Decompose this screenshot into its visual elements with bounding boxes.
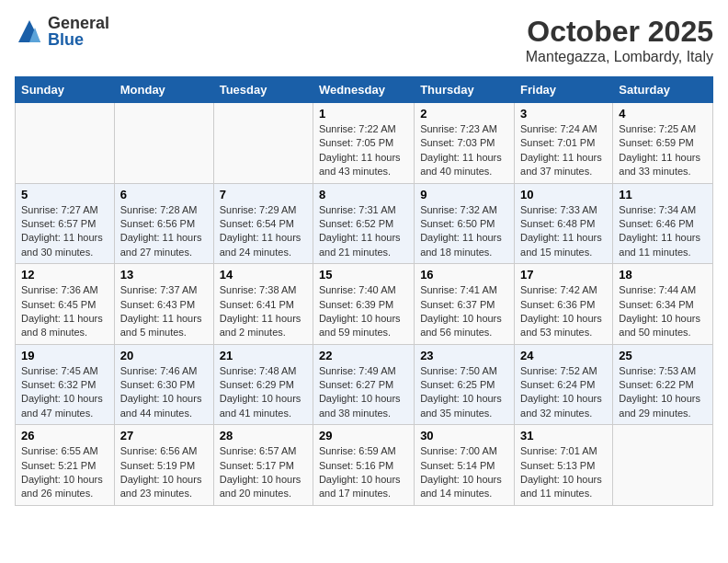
day-number: 11 <box>619 188 707 201</box>
header-friday: Friday <box>515 77 613 103</box>
day-number: 2 <box>420 107 508 121</box>
day-cell: 26Sunrise: 6:55 AM Sunset: 5:21 PM Dayli… <box>16 425 115 506</box>
day-cell: 5Sunrise: 7:27 AM Sunset: 6:57 PM Daylig… <box>16 183 115 264</box>
day-info: Sunrise: 7:52 AM Sunset: 6:24 PM Dayligh… <box>520 364 607 421</box>
day-info: Sunrise: 6:59 AM Sunset: 5:16 PM Dayligh… <box>319 444 408 501</box>
day-number: 6 <box>120 188 208 201</box>
day-number: 29 <box>319 429 408 442</box>
day-info: Sunrise: 7:24 AM Sunset: 7:01 PM Dayligh… <box>520 122 607 179</box>
day-info: Sunrise: 7:25 AM Sunset: 6:59 PM Dayligh… <box>619 122 707 179</box>
week-row-1: 1Sunrise: 7:22 AM Sunset: 7:05 PM Daylig… <box>16 103 713 184</box>
day-number: 31 <box>520 429 607 442</box>
day-info: Sunrise: 7:36 AM Sunset: 6:45 PM Dayligh… <box>21 283 108 340</box>
day-cell <box>613 425 713 506</box>
day-info: Sunrise: 7:37 AM Sunset: 6:43 PM Dayligh… <box>120 283 208 340</box>
day-number: 4 <box>619 107 707 121</box>
day-info: Sunrise: 7:48 AM Sunset: 6:29 PM Dayligh… <box>220 364 307 421</box>
day-cell: 17Sunrise: 7:42 AM Sunset: 6:36 PM Dayli… <box>515 264 613 345</box>
day-info: Sunrise: 7:31 AM Sunset: 6:52 PM Dayligh… <box>319 203 408 260</box>
day-cell: 22Sunrise: 7:49 AM Sunset: 6:27 PM Dayli… <box>313 344 414 425</box>
day-cell: 14Sunrise: 7:38 AM Sunset: 6:41 PM Dayli… <box>213 264 313 345</box>
day-cell: 16Sunrise: 7:41 AM Sunset: 6:37 PM Dayli… <box>415 264 515 345</box>
day-info: Sunrise: 7:41 AM Sunset: 6:37 PM Dayligh… <box>420 283 508 340</box>
day-cell: 6Sunrise: 7:28 AM Sunset: 6:56 PM Daylig… <box>114 183 213 264</box>
day-info: Sunrise: 7:28 AM Sunset: 6:56 PM Dayligh… <box>120 203 208 260</box>
day-number: 3 <box>520 107 607 121</box>
day-number: 16 <box>420 268 508 282</box>
header-tuesday: Tuesday <box>213 77 313 103</box>
day-cell: 21Sunrise: 7:48 AM Sunset: 6:29 PM Dayli… <box>213 344 313 425</box>
day-number: 28 <box>220 429 307 442</box>
day-info: Sunrise: 6:55 AM Sunset: 5:21 PM Dayligh… <box>21 444 108 501</box>
day-cell: 25Sunrise: 7:53 AM Sunset: 6:22 PM Dayli… <box>613 344 713 425</box>
day-cell: 9Sunrise: 7:32 AM Sunset: 6:50 PM Daylig… <box>415 183 515 264</box>
day-cell: 18Sunrise: 7:44 AM Sunset: 6:34 PM Dayli… <box>613 264 713 345</box>
day-info: Sunrise: 7:40 AM Sunset: 6:39 PM Dayligh… <box>319 283 408 340</box>
day-number: 24 <box>520 349 607 362</box>
day-cell: 4Sunrise: 7:25 AM Sunset: 6:59 PM Daylig… <box>613 103 713 184</box>
day-cell: 15Sunrise: 7:40 AM Sunset: 6:39 PM Dayli… <box>313 264 414 345</box>
day-info: Sunrise: 7:46 AM Sunset: 6:30 PM Dayligh… <box>120 364 208 421</box>
day-cell: 20Sunrise: 7:46 AM Sunset: 6:30 PM Dayli… <box>114 344 213 425</box>
day-cell: 3Sunrise: 7:24 AM Sunset: 7:01 PM Daylig… <box>515 103 613 184</box>
day-cell: 10Sunrise: 7:33 AM Sunset: 6:48 PM Dayli… <box>515 183 613 264</box>
day-info: Sunrise: 7:38 AM Sunset: 6:41 PM Dayligh… <box>220 283 307 340</box>
day-info: Sunrise: 7:45 AM Sunset: 6:32 PM Dayligh… <box>21 364 108 421</box>
day-info: Sunrise: 7:22 AM Sunset: 7:05 PM Dayligh… <box>319 122 408 179</box>
day-cell: 19Sunrise: 7:45 AM Sunset: 6:32 PM Dayli… <box>16 344 115 425</box>
header-thursday: Thursday <box>415 77 515 103</box>
day-cell: 1Sunrise: 7:22 AM Sunset: 7:05 PM Daylig… <box>313 103 414 184</box>
day-info: Sunrise: 7:32 AM Sunset: 6:50 PM Dayligh… <box>420 203 508 260</box>
month-title: October 2025 <box>526 15 713 49</box>
logo-general: General <box>48 15 109 31</box>
day-cell: 30Sunrise: 7:00 AM Sunset: 5:14 PM Dayli… <box>415 425 515 506</box>
day-info: Sunrise: 6:57 AM Sunset: 5:17 PM Dayligh… <box>220 444 307 501</box>
day-info: Sunrise: 6:56 AM Sunset: 5:19 PM Dayligh… <box>120 444 208 501</box>
day-number: 8 <box>319 188 408 201</box>
day-number: 17 <box>520 268 607 282</box>
day-cell: 2Sunrise: 7:23 AM Sunset: 7:03 PM Daylig… <box>415 103 515 184</box>
day-info: Sunrise: 7:49 AM Sunset: 6:27 PM Dayligh… <box>319 364 408 421</box>
day-info: Sunrise: 7:33 AM Sunset: 6:48 PM Dayligh… <box>520 203 607 260</box>
day-cell <box>16 103 115 184</box>
day-number: 27 <box>120 429 208 442</box>
day-number: 30 <box>420 429 508 442</box>
logo-text: General Blue <box>48 15 109 48</box>
week-row-4: 19Sunrise: 7:45 AM Sunset: 6:32 PM Dayli… <box>16 344 713 425</box>
day-info: Sunrise: 7:34 AM Sunset: 6:46 PM Dayligh… <box>619 203 707 260</box>
day-info: Sunrise: 7:53 AM Sunset: 6:22 PM Dayligh… <box>619 364 707 421</box>
header-sunday: Sunday <box>16 77 115 103</box>
calendar-header-row: SundayMondayTuesdayWednesdayThursdayFrid… <box>16 77 713 103</box>
day-number: 26 <box>21 429 108 442</box>
day-number: 25 <box>619 349 707 362</box>
day-number: 15 <box>319 268 408 282</box>
header-monday: Monday <box>114 77 213 103</box>
logo: General Blue <box>15 15 109 48</box>
day-cell: 12Sunrise: 7:36 AM Sunset: 6:45 PM Dayli… <box>16 264 115 345</box>
day-info: Sunrise: 7:23 AM Sunset: 7:03 PM Dayligh… <box>420 122 508 179</box>
day-number: 19 <box>21 349 108 362</box>
header-wednesday: Wednesday <box>313 77 414 103</box>
day-number: 7 <box>220 188 307 201</box>
day-number: 1 <box>319 107 408 121</box>
day-cell: 31Sunrise: 7:01 AM Sunset: 5:13 PM Dayli… <box>515 425 613 506</box>
day-number: 5 <box>21 188 108 201</box>
day-cell: 8Sunrise: 7:31 AM Sunset: 6:52 PM Daylig… <box>313 183 414 264</box>
day-number: 14 <box>220 268 307 282</box>
day-number: 20 <box>120 349 208 362</box>
day-info: Sunrise: 7:27 AM Sunset: 6:57 PM Dayligh… <box>21 203 108 260</box>
day-number: 21 <box>220 349 307 362</box>
location-title: Mantegazza, Lombardy, Italy <box>526 49 713 65</box>
week-row-2: 5Sunrise: 7:27 AM Sunset: 6:57 PM Daylig… <box>16 183 713 264</box>
page-header: General Blue October 2025 Mantegazza, Lo… <box>15 15 713 65</box>
logo-blue: Blue <box>48 31 109 48</box>
day-info: Sunrise: 7:29 AM Sunset: 6:54 PM Dayligh… <box>220 203 307 260</box>
day-number: 12 <box>21 268 108 282</box>
day-number: 9 <box>420 188 508 201</box>
week-row-5: 26Sunrise: 6:55 AM Sunset: 5:21 PM Dayli… <box>16 425 713 506</box>
day-cell <box>114 103 213 184</box>
logo-icon <box>15 17 44 46</box>
day-cell: 27Sunrise: 6:56 AM Sunset: 5:19 PM Dayli… <box>114 425 213 506</box>
title-block: October 2025 Mantegazza, Lombardy, Italy <box>526 15 713 65</box>
day-cell <box>213 103 313 184</box>
